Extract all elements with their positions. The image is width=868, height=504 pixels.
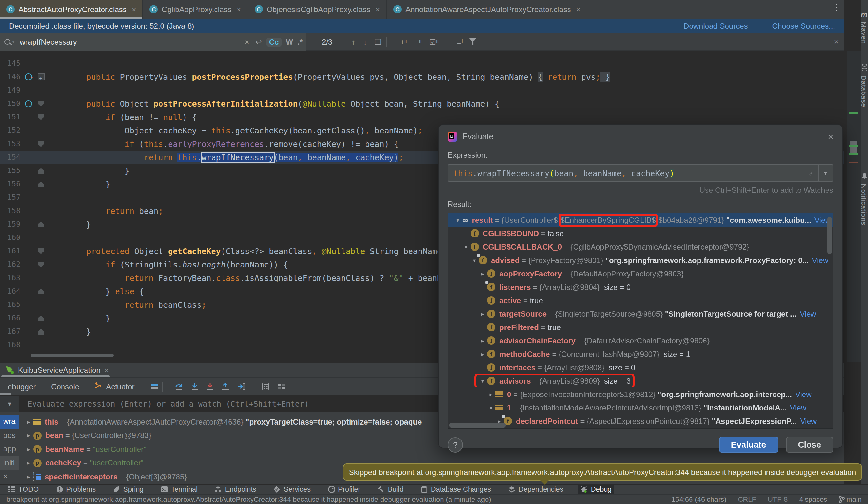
tree-caret-icon[interactable]: ▾ bbox=[453, 217, 462, 223]
caret-position[interactable]: 154:66 (46 chars) bbox=[671, 495, 726, 503]
tool-stripe-maven[interactable]: Maven bbox=[860, 22, 868, 44]
toolwindow-button-build[interactable]: Build bbox=[376, 484, 405, 494]
tree-caret-icon[interactable]: ▸ bbox=[478, 311, 487, 317]
fold-marker-icon[interactable] bbox=[38, 248, 44, 254]
search-in-selection-icon[interactable]: ❏ bbox=[374, 37, 382, 46]
fold-column[interactable] bbox=[36, 311, 46, 325]
file-encoding[interactable]: UTF-8 bbox=[768, 495, 787, 503]
editor-tab[interactable]: CAbstractAutoProxyCreator.class× bbox=[0, 0, 143, 19]
tree-row[interactable]: ▾1 = {InstantiationModelAwarePointcutAdv… bbox=[448, 401, 833, 414]
expression-input[interactable]: this.wrapIfNecessary(bean, beanName, cac… bbox=[447, 164, 833, 182]
fold-marker-icon[interactable] bbox=[38, 329, 44, 335]
close-search-icon[interactable]: × bbox=[834, 37, 839, 47]
toolwindow-button-todo[interactable]: TODO bbox=[7, 484, 41, 494]
fold-marker-icon[interactable] bbox=[38, 222, 44, 227]
fold-column[interactable] bbox=[36, 84, 46, 97]
frame-item[interactable]: app bbox=[0, 442, 19, 456]
maven-logo-icon[interactable]: m bbox=[861, 10, 867, 19]
fold-column[interactable] bbox=[36, 97, 46, 111]
tree-caret-icon[interactable]: ▸ bbox=[24, 460, 33, 466]
close-tab-icon[interactable]: × bbox=[576, 5, 581, 14]
fold-column[interactable] bbox=[36, 285, 46, 298]
tree-row[interactable]: ▸faopProxyFactory = {DefaultAopProxyFact… bbox=[448, 267, 833, 280]
search-input[interactable]: wrapIfNecessary bbox=[20, 37, 238, 46]
fold-column[interactable] bbox=[36, 298, 46, 311]
notifications-bell-icon[interactable] bbox=[861, 172, 868, 181]
fold-column[interactable] bbox=[36, 70, 46, 84]
tree-row[interactable]: flisteners = {ArrayList@9804} size = 0 bbox=[448, 280, 833, 294]
fold-marker-icon[interactable] bbox=[38, 262, 44, 267]
fold-column[interactable] bbox=[36, 271, 46, 285]
tree-row[interactable]: ▸fdeclaredPointcut = {AspectJExpressionP… bbox=[448, 414, 833, 428]
debugger-tab-ebugger[interactable]: ebugger bbox=[0, 378, 43, 395]
frame-item[interactable]: wra bbox=[0, 415, 19, 429]
expression-history-chevron-icon[interactable]: ▼ bbox=[818, 165, 833, 181]
fold-marker-icon[interactable] bbox=[38, 74, 44, 80]
tree-caret-icon[interactable]: ▾ bbox=[462, 244, 471, 250]
tree-row[interactable]: ▸0 = {ExposeInvocationInterceptor$1@9812… bbox=[448, 388, 833, 401]
prev-match-icon[interactable]: ↑ bbox=[351, 37, 355, 46]
select-all-occurrences-icon[interactable]: ☑II bbox=[430, 37, 438, 46]
fold-marker-icon[interactable] bbox=[38, 168, 44, 174]
code-line[interactable]: 150 public Object postProcessAfterInitia… bbox=[0, 97, 844, 111]
tree-row[interactable]: ▾fadvisors = {ArrayList@9809} size = 3 bbox=[448, 374, 833, 388]
tree-vertical-scrollbar[interactable] bbox=[827, 217, 832, 254]
close-tab-icon[interactable]: × bbox=[132, 5, 136, 14]
editor-tab[interactable]: CObjenesisCglibAopProxy.class× bbox=[248, 0, 387, 19]
step-over-icon[interactable] bbox=[174, 382, 183, 391]
tree-caret-icon[interactable]: ▸ bbox=[478, 351, 487, 357]
frame-item[interactable]: initi bbox=[0, 456, 19, 470]
override-method-icon[interactable] bbox=[24, 100, 32, 107]
notification-link[interactable]: Choose Sources... bbox=[772, 21, 835, 30]
code-line[interactable]: 149 bbox=[0, 84, 844, 97]
evaluate-expression-icon[interactable] bbox=[262, 382, 269, 391]
close-tab-icon[interactable]: × bbox=[237, 5, 241, 14]
tree-caret-icon[interactable]: ▾ bbox=[486, 404, 495, 411]
fold-column[interactable] bbox=[36, 218, 46, 231]
tree-row[interactable]: ▸fadvisorChainFactory = {DefaultAdvisorC… bbox=[448, 334, 833, 347]
search-toggle-cc[interactable]: Cc bbox=[267, 37, 281, 46]
toolwindow-button-database-changes[interactable]: Database Changes bbox=[419, 484, 493, 494]
indent-setting[interactable]: 4 spaces bbox=[799, 495, 827, 503]
fold-marker-icon[interactable] bbox=[38, 181, 44, 187]
tree-row[interactable]: fpreFiltered = true bbox=[448, 320, 833, 334]
line-ending[interactable]: CRLF bbox=[738, 495, 756, 503]
watch-dropdown[interactable]: ▼ bbox=[0, 396, 20, 412]
tree-row[interactable]: factive = true bbox=[448, 294, 833, 307]
frame-item[interactable]: × bbox=[0, 470, 19, 484]
close-dialog-icon[interactable]: × bbox=[828, 132, 833, 142]
view-options-icon[interactable] bbox=[277, 382, 286, 391]
search-history-icon[interactable]: ↩ bbox=[256, 37, 262, 46]
fold-column[interactable] bbox=[36, 204, 46, 218]
fold-marker-icon[interactable] bbox=[38, 114, 44, 120]
fold-column[interactable] bbox=[36, 137, 46, 151]
notification-link[interactable]: Download Sources bbox=[683, 21, 748, 30]
fold-column[interactable] bbox=[36, 124, 46, 137]
close-tab-icon[interactable]: × bbox=[375, 5, 380, 14]
search-options-chevron-icon[interactable]: ▾ bbox=[12, 39, 15, 45]
fold-column[interactable] bbox=[36, 57, 46, 70]
evaluate-button[interactable]: Evaluate bbox=[719, 437, 778, 453]
search-field[interactable]: ▾ wrapIfNecessary × ↩ CcW.* bbox=[0, 33, 307, 51]
editor-tab[interactable]: CCglibAopProxy.class× bbox=[143, 0, 248, 19]
clear-search-icon[interactable]: × bbox=[245, 37, 249, 46]
frame-item[interactable]: pos bbox=[0, 429, 19, 442]
tool-stripe-notifications[interactable]: Notifications bbox=[860, 184, 868, 225]
tree-row[interactable]: ▸ftargetSource = {SingletonTargetSource@… bbox=[448, 307, 833, 320]
tree-row[interactable]: ▾fadvised = {ProxyFactory@9801} "org.spr… bbox=[448, 254, 833, 267]
fold-column[interactable] bbox=[36, 245, 46, 258]
run-configuration-tab[interactable]: KuibuServiceApplication × bbox=[0, 363, 115, 377]
tree-horizontal-scrollbar[interactable] bbox=[450, 423, 506, 428]
fold-marker-icon[interactable] bbox=[38, 289, 44, 294]
editor-horizontal-scrollbar[interactable] bbox=[31, 354, 114, 357]
code-line[interactable]: 146 public PropertyValues postProcessPro… bbox=[0, 70, 844, 84]
tree-caret-icon[interactable]: ▸ bbox=[478, 337, 487, 344]
fold-column[interactable] bbox=[36, 258, 46, 271]
fold-column[interactable] bbox=[36, 231, 46, 245]
toolwindow-button-profiler[interactable]: Profiler bbox=[326, 484, 362, 494]
fold-marker-icon[interactable] bbox=[38, 141, 44, 147]
fold-column[interactable] bbox=[36, 191, 46, 204]
search-toggle-[interactable]: .* bbox=[298, 37, 303, 46]
toolwindow-button-services[interactable]: Services bbox=[272, 484, 312, 494]
step-out-icon[interactable] bbox=[221, 382, 229, 391]
